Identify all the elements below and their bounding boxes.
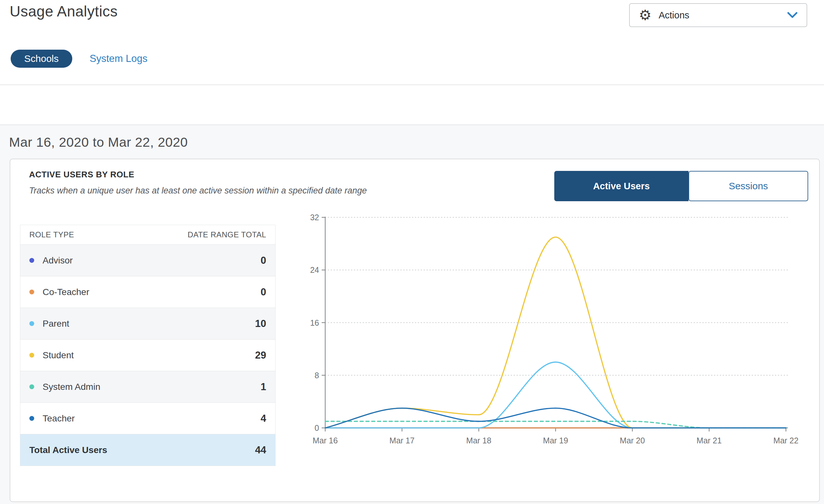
table-header: ROLE TYPE DATE RANGE TOTAL <box>20 225 275 244</box>
chevron-down-icon <box>787 12 798 18</box>
top-header: Usage Analytics ⚙ Actions Schools System… <box>0 0 824 85</box>
role-total: 0 <box>261 255 266 266</box>
role-total: 29 <box>255 350 266 361</box>
gear-icon: ⚙ <box>639 8 651 22</box>
toggle-active-users[interactable]: Active Users <box>554 171 689 201</box>
card-subtitle: Tracks when a unique user has at least o… <box>29 186 367 196</box>
legend-dot <box>29 289 34 294</box>
y-tick-label: 24 <box>310 265 319 274</box>
series-line-student <box>325 237 786 428</box>
role-label: System Admin <box>42 382 100 392</box>
x-tick-label: Mar 19 <box>543 436 568 445</box>
x-tick-label: Mar 17 <box>389 436 415 445</box>
role-total: 10 <box>255 318 266 330</box>
y-tick-label: 8 <box>315 371 319 380</box>
legend-dot <box>29 321 34 326</box>
actions-button[interactable]: ⚙ Actions <box>629 3 807 27</box>
table-row: Teacher4 <box>20 402 275 434</box>
role-label: Teacher <box>42 413 75 424</box>
card-title: ACTIVE USERS BY ROLE <box>29 169 134 179</box>
table-total-row: Total Active Users 44 <box>20 434 275 466</box>
x-tick-label: Mar 20 <box>620 436 645 445</box>
legend-dot <box>29 384 34 389</box>
x-tick-label: Mar 22 <box>774 436 799 445</box>
role-total: 0 <box>261 286 266 298</box>
table-row: Parent10 <box>20 307 275 339</box>
table-row: Student29 <box>20 339 275 371</box>
y-tick-label: 0 <box>315 423 319 432</box>
date-range-heading: Mar 16, 2020 to Mar 22, 2020 <box>9 135 188 150</box>
legend-dot <box>29 258 34 263</box>
table-row: System Admin1 <box>20 371 275 402</box>
table-row: Advisor0 <box>20 244 275 276</box>
active-users-card: ACTIVE USERS BY ROLE Tracks when a uniqu… <box>10 159 820 502</box>
view-tabs: Schools System Logs <box>11 50 147 68</box>
metric-toggle: Active Users Sessions <box>554 171 808 201</box>
series-line-teacher <box>325 408 786 428</box>
legend-dot <box>29 416 34 421</box>
x-tick-label: Mar 16 <box>313 436 338 445</box>
y-tick-label: 16 <box>310 318 319 327</box>
role-label: Advisor <box>42 255 73 266</box>
tab-system-logs[interactable]: System Logs <box>90 53 147 65</box>
role-total: 1 <box>261 381 266 393</box>
role-total: 4 <box>261 413 266 424</box>
role-label: Parent <box>42 319 69 329</box>
legend-dot <box>29 353 34 358</box>
role-label: Co-Teacher <box>42 287 89 297</box>
page-title: Usage Analytics <box>10 3 118 20</box>
y-tick-label: 32 <box>310 213 319 222</box>
total-label: Total Active Users <box>29 445 107 455</box>
col-role-type: ROLE TYPE <box>29 230 74 239</box>
x-tick-label: Mar 18 <box>466 436 491 445</box>
tab-schools[interactable]: Schools <box>11 50 72 68</box>
series-line-parent <box>325 362 786 428</box>
table-row: Co-Teacher0 <box>20 276 275 307</box>
actions-button-label: Actions <box>658 10 689 21</box>
col-date-range-total: DATE RANGE TOTAL <box>188 230 266 239</box>
total-value: 44 <box>255 445 266 456</box>
series-line-system-admin <box>325 421 786 428</box>
toggle-sessions[interactable]: Sessions <box>689 171 808 201</box>
role-label: Student <box>42 350 74 361</box>
filter-bar: FILTERS: Schools Role Type 03/16/2020 03… <box>0 85 824 125</box>
x-tick-label: Mar 21 <box>697 436 722 445</box>
role-table: ROLE TYPE DATE RANGE TOTAL Advisor0Co-Te… <box>20 225 276 466</box>
